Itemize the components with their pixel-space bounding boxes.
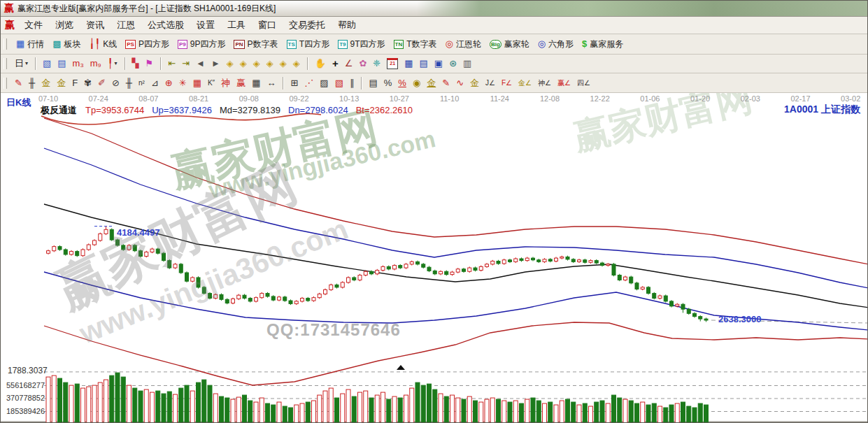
- parallel-lines-tool[interactable]: ∥: [347, 77, 357, 89]
- menu-item-7[interactable]: 工具: [221, 17, 252, 33]
- si-angle-tool-icon: 四∠: [577, 78, 590, 89]
- zoom-diamond-4[interactable]: ◈: [264, 57, 276, 70]
- golden-angle-base-tool[interactable]: 金: [467, 77, 482, 89]
- color-flag-button[interactable]: ⚑: [143, 57, 157, 70]
- angle-wedge-tool[interactable]: ⊿: [148, 77, 162, 89]
- diag-box-tool[interactable]: ▨: [317, 77, 331, 89]
- save-button[interactable]: ▣: [432, 57, 446, 70]
- menu-item-4[interactable]: 江恩: [111, 17, 141, 33]
- ray-fan-tool-icon: ⋰: [304, 78, 313, 89]
- k-count-tool[interactable]: K″: [205, 77, 218, 89]
- brush-tool[interactable]: ✎: [439, 77, 453, 89]
- shen-angle-tool[interactable]: 神∠: [535, 77, 554, 89]
- crosshair-button[interactable]: +: [329, 57, 341, 70]
- chart-canvas[interactable]: [1, 93, 867, 422]
- title-bar: 赢 赢家江恩专业版[赢家内部服务平台] - [上证指数 SH1A0001-169…: [1, 1, 867, 17]
- angle-tool-button[interactable]: ∠: [342, 57, 356, 70]
- multi-window-button[interactable]: ▧: [40, 57, 54, 70]
- menu-item-9[interactable]: 交易委托: [283, 17, 332, 33]
- zoom-diamond-6[interactable]: ◈: [290, 57, 303, 70]
- zoom-diamond-5[interactable]: ◈: [277, 57, 290, 70]
- next-page-button[interactable]: ►: [208, 57, 223, 70]
- ying-angle-tool[interactable]: 赢∠: [555, 77, 574, 89]
- cycle-tool-button[interactable]: ❈: [370, 57, 383, 70]
- export-button[interactable]: ⊛: [446, 57, 460, 70]
- menu-item-10[interactable]: 帮助: [332, 17, 362, 33]
- prev-page-button[interactable]: ◄: [193, 57, 208, 70]
- shen-angle-tool-icon: 神∠: [538, 78, 551, 89]
- time-ruler-tool[interactable]: ╫: [123, 77, 135, 89]
- menu-item-2[interactable]: 浏览: [49, 17, 80, 33]
- zoom-diamond-3[interactable]: ◈: [250, 57, 263, 70]
- percent-line-tool[interactable]: %: [395, 77, 409, 89]
- chart-9-button[interactable]: m₉: [87, 57, 104, 70]
- pattern-select-button-icon: ▚: [132, 58, 139, 69]
- target-tool[interactable]: ⊕: [162, 77, 176, 89]
- pattern-select-button[interactable]: ▚: [129, 57, 142, 70]
- trend-pen-tool[interactable]: ✎: [12, 77, 25, 89]
- candle-style-button[interactable]: ╿▾: [105, 57, 120, 70]
- p-square-button[interactable]: PSP四方形: [122, 37, 173, 52]
- color-flag-button-icon: ⚑: [145, 58, 154, 69]
- chart-3-button[interactable]: m₃: [70, 57, 87, 70]
- f10-info-button[interactable]: ▤: [55, 57, 69, 70]
- gann-grid-tool[interactable]: ╫: [26, 77, 38, 89]
- number-grid-tool[interactable]: ▦: [249, 77, 263, 89]
- p-number-button[interactable]: PNP数字表: [230, 37, 281, 52]
- indicator-value: Up=3637.9426: [152, 105, 212, 115]
- t9-square-button[interactable]: T99T四方形: [334, 37, 388, 52]
- price-box-tool[interactable]: ⊞: [287, 77, 301, 89]
- shen-tool[interactable]: 神: [218, 77, 233, 89]
- menu-item-1[interactable]: 文件: [18, 17, 49, 33]
- notes-button[interactable]: ▤: [417, 57, 431, 70]
- date-tick-08-07: 08-07: [138, 94, 158, 103]
- si-angle-tool[interactable]: 四∠: [574, 77, 593, 89]
- n-square-tool[interactable]: n²: [136, 77, 148, 89]
- kline-button[interactable]: ╽╿K线: [86, 37, 121, 52]
- fibonacci-ruler-tool[interactable]: F: [69, 77, 80, 89]
- spiral-tool[interactable]: ✾: [81, 77, 94, 89]
- period-day-button[interactable]: 日▾: [12, 57, 31, 70]
- chart-panel[interactable]: 赢家财富网 www.yingjia360.com 赢家财富网 赢家财富网 www…: [1, 93, 867, 422]
- gold-angle-tool[interactable]: 金∠: [515, 77, 534, 89]
- menu-item-8[interactable]: 窗口: [252, 17, 283, 33]
- ray-fan-tool[interactable]: ⋰: [301, 77, 316, 89]
- percent-tool[interactable]: %: [381, 77, 395, 89]
- ratio-table-tool[interactable]: ▤: [366, 77, 380, 89]
- wave-tool[interactable]: ∿: [453, 77, 467, 89]
- price-grid-red-tool[interactable]: ▦: [190, 77, 204, 89]
- winner-wheel-button[interactable]: Big赢家轮: [486, 37, 533, 52]
- j-angle-tool[interactable]: J∠: [483, 77, 498, 89]
- gann-fan-button[interactable]: ✿: [356, 57, 369, 70]
- golden-box-tool[interactable]: 金: [54, 77, 69, 89]
- menu-item-6[interactable]: 设置: [190, 17, 221, 33]
- hexagon-button[interactable]: ◎六角形: [534, 37, 577, 52]
- p9-square-button[interactable]: P99P四方形: [174, 37, 229, 52]
- calculator-button[interactable]: ▦: [401, 57, 415, 70]
- f-angle-tool[interactable]: F∠: [499, 77, 515, 89]
- menu-item-3[interactable]: 资讯: [80, 17, 111, 33]
- golden-circle-tool[interactable]: ◉: [410, 77, 423, 89]
- span-measure-tool[interactable]: ↔: [264, 77, 278, 89]
- spider-web-tool[interactable]: ✳: [176, 77, 190, 89]
- print-button[interactable]: ▥: [460, 57, 474, 70]
- hand-tool-button[interactable]: ✋: [312, 57, 329, 70]
- gann-wheel-button[interactable]: ◎江恩轮: [442, 37, 485, 52]
- golden-grid-tool[interactable]: 金: [38, 77, 53, 89]
- marker-pen-tool[interactable]: ✐: [95, 77, 108, 89]
- zoom-diamond-1[interactable]: ◈: [224, 57, 236, 70]
- golden-lines-tool[interactable]: 金: [424, 77, 439, 89]
- t-square-button[interactable]: TST四方形: [283, 37, 334, 52]
- quote-button[interactable]: ▦行情: [13, 37, 48, 52]
- zoom-diamond-2[interactable]: ◈: [237, 57, 250, 70]
- t-number-button[interactable]: TNT数字表: [390, 37, 441, 52]
- menu-item-5[interactable]: 公式选股: [141, 17, 190, 33]
- diag-box-red-tool[interactable]: ▧: [332, 77, 346, 89]
- last-page-button[interactable]: ⇥: [179, 57, 192, 70]
- sector-button[interactable]: ▩板块: [49, 37, 84, 52]
- winner-service-button[interactable]: $赢家服务: [578, 37, 627, 52]
- calendar-button[interactable]: 21: [384, 57, 401, 70]
- ying-tool[interactable]: 赢: [234, 77, 248, 89]
- first-page-button[interactable]: ⇤: [165, 57, 178, 70]
- circle-arc-tool[interactable]: ⊘: [109, 77, 122, 89]
